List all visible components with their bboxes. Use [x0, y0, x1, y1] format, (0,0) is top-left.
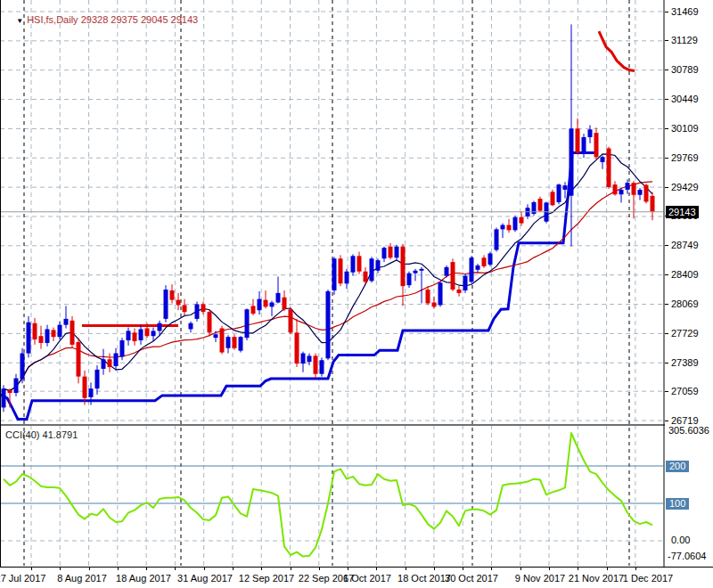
time-axis-tick — [376, 568, 377, 570]
price-axis-label: 28409 — [671, 269, 699, 281]
candle-body — [102, 359, 106, 369]
time-axis-tick — [261, 568, 262, 570]
candle-body — [70, 321, 75, 345]
price-axis-label: 29769 — [671, 152, 699, 164]
time-axis-label: 6 Oct 2017 — [343, 573, 391, 584]
price-axis-label: 30789 — [671, 64, 699, 76]
price-axis-label: 31129 — [671, 35, 698, 46]
candle-body — [220, 329, 225, 353]
candle-body — [638, 190, 643, 195]
candle-body — [644, 185, 649, 202]
symbol-period-label: HSI,fs,Daily — [27, 14, 78, 25]
candle-body — [607, 149, 611, 187]
price-axis-tick — [665, 12, 668, 12]
time-axis-tick — [204, 568, 205, 570]
candle-body — [382, 248, 387, 258]
candle-body — [45, 329, 50, 342]
candle-body — [133, 332, 137, 341]
price-axis-tick — [665, 128, 668, 129]
cci-level-200-badge: 200 — [666, 461, 689, 472]
candle-body — [389, 247, 393, 258]
candle-body — [145, 329, 150, 337]
candle-body — [214, 334, 218, 338]
price-axis-label: 27059 — [671, 386, 699, 397]
candle-body — [283, 298, 287, 310]
candle-body — [301, 354, 306, 364]
cci-level-100-badge: 100 — [666, 498, 689, 510]
symbol-dropdown-icon[interactable]: ▼ — [16, 17, 23, 25]
candle-body — [613, 184, 618, 194]
candle-body — [438, 282, 443, 305]
time-axis[interactable]: 27 Jul 20178 Aug 201718 Aug 201731 Aug 2… — [0, 567, 713, 588]
candle-body — [2, 388, 6, 407]
price-axis-tick — [665, 421, 668, 421]
time-axis-tick — [319, 568, 320, 570]
candle-body — [226, 337, 231, 348]
time-axis-tick — [118, 568, 119, 570]
candle-body — [619, 190, 624, 194]
time-axis-tick — [578, 568, 578, 570]
price-axis-label: 27729 — [671, 328, 699, 339]
candle-body — [414, 271, 418, 274]
candle-body — [364, 272, 368, 282]
main-chart-canvas[interactable] — [0, 0, 665, 567]
price-axis-tick — [665, 99, 668, 100]
time-axis-label: 12 Sep 2017 — [239, 573, 294, 584]
price-axis-label: 30449 — [671, 94, 699, 105]
time-axis-tick — [175, 568, 176, 570]
candle-body — [195, 304, 200, 318]
candle-body — [270, 303, 275, 307]
candle-body — [395, 247, 399, 258]
candle-body — [463, 276, 468, 290]
candle-body — [320, 360, 324, 373]
blue-step-line — [0, 152, 597, 419]
candle-body — [77, 342, 81, 377]
candle-body — [488, 253, 493, 265]
time-axis-tick — [607, 568, 608, 570]
candle-body — [538, 199, 543, 211]
candle-body — [276, 293, 281, 303]
candle-body — [588, 129, 593, 137]
candle-body — [457, 290, 462, 293]
time-axis-label: 9 Nov 2017 — [515, 573, 565, 584]
candle-body — [451, 262, 455, 290]
candle-body — [326, 291, 331, 358]
candle-body — [20, 354, 25, 380]
candle-body — [158, 323, 162, 331]
time-axis-label: 30 Oct 2017 — [445, 573, 498, 584]
candle-body — [152, 331, 156, 336]
time-axis-tick — [549, 568, 550, 570]
candle-body — [314, 355, 318, 373]
current-price-badge: 29143 — [666, 206, 699, 218]
price-axis-tick — [665, 391, 668, 392]
candle-body — [264, 300, 268, 307]
candle-body — [89, 388, 94, 397]
candle-body — [251, 306, 256, 314]
candle-body — [139, 329, 143, 340]
price-axis-label: 28749 — [671, 240, 699, 251]
candle-body — [189, 323, 193, 330]
ohlc-readout: 29328 29375 29045 29143 — [81, 14, 199, 25]
candle-body — [201, 304, 206, 312]
candle-body — [495, 229, 499, 249]
candle-body — [557, 184, 561, 202]
candle-body — [58, 325, 62, 338]
time-axis-label: 1 Dec 2017 — [623, 573, 673, 584]
price-axis-label: 30109 — [671, 123, 699, 135]
candle-body — [582, 137, 586, 152]
candle-body — [39, 336, 44, 343]
candle-body — [239, 337, 243, 350]
time-axis-label: 18 Oct 2017 — [397, 573, 451, 584]
candle-body — [289, 309, 293, 332]
candle-body — [332, 258, 337, 290]
candle-body — [401, 247, 406, 286]
time-axis-tick — [233, 568, 234, 570]
candle-body — [476, 265, 480, 270]
candle-body — [651, 196, 655, 212]
candle-body — [632, 183, 636, 195]
time-axis-tick — [635, 568, 636, 570]
candle-body — [594, 133, 599, 157]
price-axis[interactable]: 3146931129307893044930109297692942929089… — [665, 0, 713, 567]
candle-body — [420, 269, 424, 271]
candle-body — [307, 355, 312, 362]
